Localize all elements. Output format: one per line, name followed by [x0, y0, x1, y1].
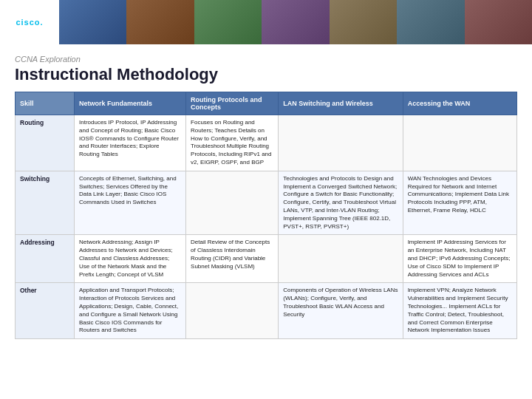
banner-photos: [59, 0, 532, 44]
col-header-routing: Routing Protocols and Concepts: [186, 92, 279, 115]
col-header-wan: Accessing the WAN: [403, 92, 516, 115]
table-cell-1-1: Concepts of Ethernet, Switching, and Swi…: [75, 171, 186, 235]
table-cell-3-0: Other: [16, 283, 75, 339]
banner-photo-3: [194, 0, 262, 44]
table-cell-1-3: Technologies and Protocols to Design and…: [279, 171, 403, 235]
top-banner: cisco.: [0, 0, 532, 44]
col-header-lan: LAN Switching and Wireless: [279, 92, 403, 115]
table-cell-0-3: [279, 115, 403, 171]
table-cell-2-3: [279, 235, 403, 283]
table-cell-0-0: Routing: [16, 115, 75, 171]
table-cell-1-0: Switching: [16, 171, 75, 235]
table-cell-3-3: Components of Operation of Wireless LANs…: [279, 283, 403, 339]
table-header-row: Skill Network Fundamentals Routing Proto…: [16, 92, 517, 115]
banner-photo-5: [330, 0, 397, 44]
table-row: SwitchingConcepts of Ethernet, Switching…: [16, 171, 517, 235]
table-cell-3-4: Implement VPN; Analyze Network Vulnerabi…: [403, 283, 516, 339]
table-cell-1-2: [186, 171, 279, 235]
table-cell-2-4: Implement IP Addressing Services for an …: [403, 235, 516, 283]
table-cell-0-4: [403, 115, 516, 171]
table-cell-0-2: Focuses on Routing and Routers; Teaches …: [186, 115, 279, 171]
page-subtitle: CCNA Exploration: [15, 55, 517, 64]
methodology-table: Skill Network Fundamentals Routing Proto…: [15, 92, 517, 339]
table-cell-2-1: Network Addressing; Assign IP Addresses …: [75, 235, 186, 283]
table-row: RoutingIntroduces IP Protocol, IP Addres…: [16, 115, 517, 171]
title-area: CCNA Exploration Instructional Methodolo…: [15, 55, 517, 84]
banner-photo-4: [262, 0, 329, 44]
main-content: CCNA Exploration Instructional Methodolo…: [0, 44, 532, 347]
table-cell-0-1: Introduces IP Protocol, IP Addressing an…: [75, 115, 186, 171]
banner-photo-6: [397, 0, 464, 44]
banner-photo-2: [126, 0, 194, 44]
table-cell-3-2: [186, 283, 279, 339]
table-cell-2-0: Addressing: [16, 235, 75, 283]
table-cell-3-1: Application and Transport Protocols; Int…: [75, 283, 186, 339]
table-cell-1-4: WAN Technologies and Devices Required fo…: [403, 171, 516, 235]
table-row: OtherApplication and Transport Protocols…: [16, 283, 517, 339]
banner-photo-1: [59, 0, 126, 44]
col-header-network: Network Fundamentals: [75, 92, 186, 115]
banner-photo-7: [465, 0, 532, 44]
col-header-skill: Skill: [16, 92, 75, 115]
table-row: AddressingNetwork Addressing; Assign IP …: [16, 235, 517, 283]
cisco-logo: cisco.: [16, 18, 43, 27]
cisco-logo-area: cisco.: [0, 0, 59, 44]
page-title: Instructional Methodology: [15, 65, 517, 84]
table-cell-2-2: Detail Review of the Concepts of Classle…: [186, 235, 279, 283]
